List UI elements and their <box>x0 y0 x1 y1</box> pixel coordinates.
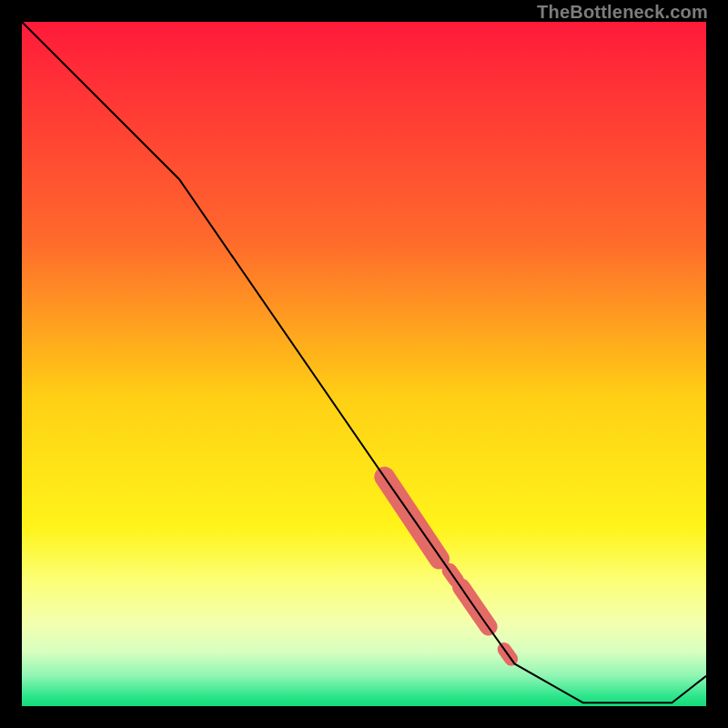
chart-frame: TheBottleneck.com <box>0 0 728 728</box>
watermark-label: TheBottleneck.com <box>537 2 708 23</box>
bottleneck-chart <box>22 22 706 706</box>
